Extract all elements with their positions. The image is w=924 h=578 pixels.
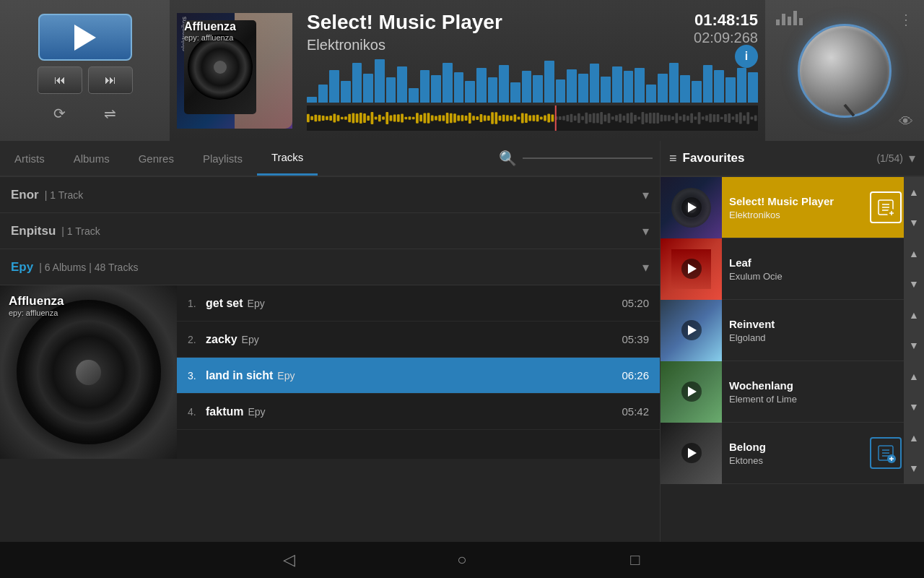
fav-scroll-up-4[interactable]: ▲ [904,361,924,392]
svg-rect-81 [608,113,611,124]
svg-rect-61 [533,115,536,121]
nav-recent-button[interactable]: □ [621,545,650,574]
fav-item-select[interactable]: Select! Music Player Elektronikos ▲ ▼ [661,177,924,238]
svg-rect-104 [694,116,697,120]
search-icon[interactable]: 🔍 [499,150,517,167]
spectrum-bar [522,71,532,103]
svg-rect-91 [645,113,648,123]
fav-scroll-up-2[interactable]: ▲ [904,238,924,269]
svg-rect-108 [709,113,712,122]
svg-rect-101 [683,115,686,122]
svg-rect-74 [581,116,584,121]
track-row-4[interactable]: 4. faktum Epy 05:42 [177,394,660,430]
volume-knob[interactable] [798,24,892,118]
svg-rect-59 [525,113,528,123]
fav-scroll-down-3[interactable]: ▼ [904,330,924,361]
track-row-1[interactable]: 1. get set Epy 05:20 [177,285,660,322]
fav-item-wochenlang[interactable]: Wochenlang Element of Lime ▲ ▼ [661,361,924,423]
svg-rect-46 [476,116,479,120]
fav-artist-reinvent: Elgoland [729,332,897,343]
track-artist-2: Epy [242,334,259,345]
tab-playlists[interactable]: Playlists [188,141,257,176]
svg-rect-77 [593,113,596,124]
svg-rect-112 [724,114,727,122]
shuffle-button[interactable]: ⇌ [88,100,133,127]
next-button[interactable]: ⏭ [88,66,133,94]
waveform[interactable] [307,105,758,131]
svg-rect-11 [344,116,347,119]
fav-add-button-1[interactable] [868,177,904,238]
time-current: 01:48:15 [694,11,758,30]
spectrum-bar [329,70,339,103]
fav-info-reinvent: Reinvent Elgoland [722,318,904,343]
tab-genres[interactable]: Genres [124,141,188,176]
spectrum-bar [307,97,317,103]
spectrum-bar [703,65,713,103]
nav-home-button[interactable]: ○ [448,545,476,574]
fav-info-leaf: Leaf Exulum Ocie [722,256,904,282]
group-enpitsu[interactable]: Enpitsu | 1 Track ▾ [0,213,660,249]
svg-rect-98 [671,116,674,120]
fav-add-button-5[interactable] [868,423,904,484]
fav-scroll-down-1[interactable]: ▼ [904,207,924,238]
fav-item-reinvent[interactable]: Reinvent Elgoland ▲ ▼ [661,300,924,361]
nav-back-button[interactable]: ◁ [274,545,303,574]
fav-item-leaf[interactable]: Leaf Exulum Ocie ▲ ▼ [661,238,924,300]
spectrum-bar [737,68,747,103]
tab-albums[interactable]: Albums [59,141,124,176]
repeat-button[interactable]: ⟳ [38,100,82,127]
svg-rect-93 [653,113,655,124]
track-duration-4: 05:42 [622,405,649,418]
svg-rect-68 [559,116,562,120]
repeat-icon: ⟳ [53,105,66,122]
info-badge[interactable]: i [735,45,758,68]
track-row-2[interactable]: 2. zacky Epy 05:39 [177,322,660,358]
prev-button[interactable]: ⏮ [38,66,82,94]
album-title-overlay: Affluenza [184,20,236,33]
fav-scroll-down-2[interactable]: ▼ [904,269,924,300]
spectrum-bar [499,65,509,103]
spectrum-bar [420,70,430,103]
track-row-3[interactable]: 3. land in sicht Epy 06:26 [177,358,660,394]
svg-rect-110 [717,114,720,122]
tab-tracks[interactable]: Tracks [257,141,318,176]
fav-add-icon-5 [870,437,902,469]
svg-rect-18 [371,112,374,124]
equalizer-icon[interactable] [776,11,803,25]
fav-item-belong[interactable]: Belong Ektones ▲ ▼ [661,423,924,484]
track-num-1: 1. [188,298,206,309]
fav-play-overlay-2 [681,259,702,279]
svg-rect-64 [544,116,546,121]
svg-rect-89 [637,117,640,120]
svg-rect-12 [348,114,351,122]
fav-scroll-down-5[interactable]: ▼ [904,453,924,484]
spectrum-bar [375,59,385,103]
main-content: Artists Albums Genres Playlists Tracks 🔍 [0,141,924,542]
group-epy[interactable]: Epy | 6 Albums | 48 Tracks ▾ [0,249,660,285]
spectrum-bar [363,74,373,103]
svg-rect-84 [619,113,622,122]
fav-scroll-down-4[interactable]: ▼ [904,392,924,423]
play-icon [74,25,96,51]
fav-chevron[interactable]: ▾ [909,150,915,166]
fav-play-overlay-5 [681,443,702,463]
fav-scroll-up-1[interactable]: ▲ [904,177,924,207]
play-button[interactable] [38,14,132,61]
tab-artists[interactable]: Artists [0,141,59,176]
fav-scroll-up-3[interactable]: ▲ [904,300,924,331]
more-options-icon[interactable]: ⋮ [899,11,913,28]
svg-rect-113 [728,113,731,123]
fav-scroll-up-5[interactable]: ▲ [904,423,924,454]
spectrum-bar [510,82,520,103]
fav-header: ≡ Favourites (1/54) ▾ [661,141,924,177]
time-display: 01:48:15 02:09:268 [694,11,758,46]
eye-icon[interactable]: 👁 [899,113,913,130]
group-enor[interactable]: Enor | 1 Track ▾ [0,177,660,213]
fav-track-name-wochenlang: Wochenlang [729,379,897,392]
spectrum-bar [612,66,622,103]
svg-rect-32 [423,113,426,123]
svg-rect-27 [404,117,407,119]
group-epy-chevron: ▾ [642,259,649,275]
spectrum-bar [714,70,724,103]
album-cover-title: Affluenza [9,294,64,309]
